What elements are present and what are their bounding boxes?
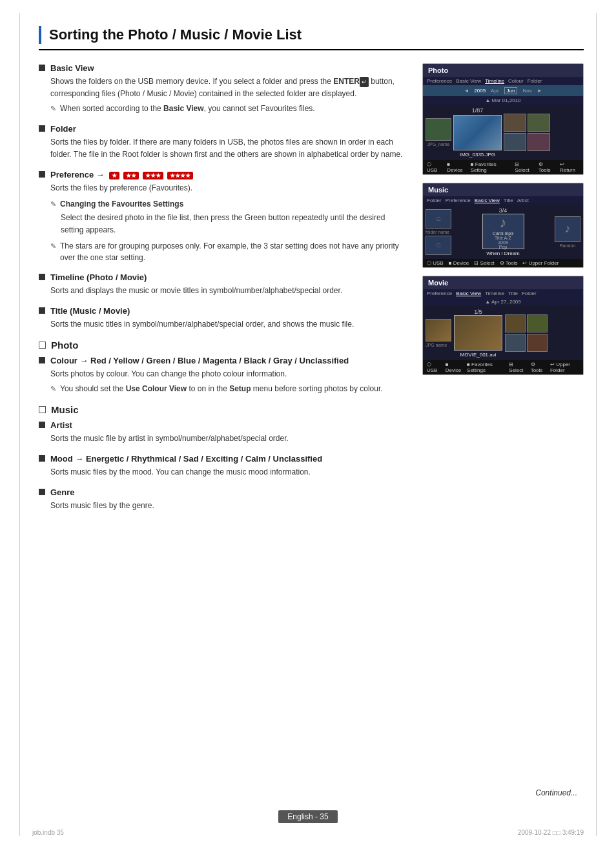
section-heading-colour: Colour → Red / Yellow / Green / Blue / M… (39, 356, 409, 365)
music-tab-preference[interactable]: Preference (446, 198, 471, 203)
timeline-jun: Jun (504, 87, 518, 94)
photo-tab-basicview[interactable]: Basic View (456, 78, 481, 84)
footer-date: 2009-10-22 □□ 3:49:19 (518, 829, 584, 836)
music-center: 3/4 ♪ Carol.mp3 Title A-Z 2009 Pop When … (455, 207, 551, 256)
photo-tab-preference[interactable]: Preference (427, 78, 452, 84)
section-heading-mood: Mood → Energetic / Rhythmical / Sad / Ex… (39, 454, 409, 464)
section-mood: Mood → Energetic / Rhythmical / Sad / Ex… (39, 454, 409, 478)
movie-tab-title[interactable]: Title (508, 291, 518, 296)
music-tab-artist[interactable]: Artist (517, 198, 529, 203)
music-panel-tabs: Folder Preference Basic View Title Artis… (423, 196, 583, 205)
photo-footer-usb: ⬡ USB (427, 161, 442, 173)
movie-footer-favorites: ■ Favorites Settings (467, 362, 504, 373)
movie-center: 1/5 MOVIE_001.avi (454, 309, 502, 358)
right-column: Photo Preference Basic View Timeline Col… (422, 63, 584, 521)
photo-thumb-1 (426, 118, 451, 141)
photo-thumb-1-label: JPG_name (426, 142, 451, 147)
music-tab-title[interactable]: Title (504, 198, 513, 203)
photo-footer-select: ⊟ Select (515, 161, 533, 173)
section-heading-genre: Genre (39, 487, 409, 497)
page: Sorting the Photo / Music / Movie List B… (0, 0, 616, 849)
section-body-folder: Sorts the files by folder. If there are … (50, 136, 409, 161)
section-title-title-mm: Title (Music / Movie) (50, 306, 130, 316)
movie-left-area: JPG name (426, 319, 451, 347)
title-bar-accent (39, 26, 41, 44)
photo-tab-colour[interactable]: Colour (508, 78, 524, 84)
photo-tab-folder[interactable]: Folder (528, 78, 542, 84)
photo-panel-tabs: Preference Basic View Timeline Colour Fo… (423, 77, 583, 85)
note-basic-view: ✎ When sorted according to the Basic Vie… (50, 103, 409, 115)
music-panel-footer: ⬡ USB ■ Device ⊟ Select ⚙ Tools ↩ Upper … (423, 259, 583, 267)
section-heading-artist: Artist (39, 420, 409, 430)
section-title-folder: Folder (50, 124, 76, 134)
movie-panel-label: Movie (428, 279, 448, 287)
photo-right-thumbs (504, 114, 550, 151)
bullet-title-mm (39, 307, 45, 314)
photo-panel-footer: ⬡ USB ■ Device ■ Favorites Setting ⊟ Sel… (423, 160, 583, 174)
note-icon-favourites: ✎ (50, 199, 56, 210)
photo-tab-timeline[interactable]: Timeline (485, 78, 504, 84)
left-column: Basic View Shows the folders on the USB … (39, 63, 409, 521)
section-heading-preference: Preference → ★ ★★ ★★★ ★★★★ (39, 170, 409, 179)
movie-filename: MOVIE_001.avi (460, 352, 496, 358)
movie-tab-folder[interactable]: Folder (522, 291, 537, 296)
border-right (596, 13, 597, 836)
timeline-arrow-right: ► (537, 88, 542, 94)
enter-button-icon: ↵ (360, 77, 369, 87)
movie-tab-basicview[interactable]: Basic View (456, 291, 481, 296)
music-panel-content: ▢ folder name ▢ 3/4 ♪ Carol.mp3 Title A-… (423, 205, 583, 259)
movie-main-thumb (454, 315, 502, 351)
music-thumb-2: ▢ (426, 236, 451, 255)
note-favourites-heading: ✎ Changing the Favourites Settings (50, 198, 409, 210)
movie-tab-timeline[interactable]: Timeline (485, 291, 504, 296)
section-body-artist: Sorts the music file by artist in symbol… (50, 433, 409, 445)
photo-panel-header: Photo (423, 64, 583, 77)
note-colour: ✎ You should set the Use Colour View to … (50, 383, 409, 395)
movie-right-thumb-row2 (505, 334, 548, 352)
star-badge-3: ★★★ (143, 172, 163, 179)
movie-footer-tools: ⚙ Tools (531, 362, 545, 373)
music-footer-usb: ⬡ USB (427, 260, 444, 266)
photo-panel-label: Photo (428, 66, 448, 74)
bullet-mood (39, 455, 45, 462)
photo-filename: IMG_0335.JPG (460, 152, 495, 158)
section-body-genre: Sorts music files by the genre. (50, 500, 409, 512)
note-icon-stars: ✎ (50, 241, 56, 252)
photo-thumb-r3 (504, 133, 526, 151)
music-tab-folder[interactable]: Folder (427, 198, 442, 203)
category-title-music: Music (51, 404, 79, 415)
music-right-area: ♪ Randon (555, 216, 580, 248)
page-number: English - 35 (278, 810, 337, 823)
movie-footer-device: ■ Device (446, 362, 462, 373)
music-song-title: When I Dream (486, 251, 520, 256)
music-footer-select: ⊟ Select (474, 260, 494, 266)
music-thumb-r1: ♪ (555, 216, 580, 242)
movie-thumb-r4 (527, 334, 548, 352)
music-detail-2: Title A-Z (495, 236, 511, 240)
section-heading-folder: Folder (39, 124, 409, 134)
movie-date-bar: ▲ Apr 27, 2009 (423, 298, 583, 306)
movie-tab-preference[interactable]: Preference (427, 291, 452, 296)
music-tab-basicview[interactable]: Basic View (475, 198, 500, 203)
photo-thumb-r2 (528, 114, 550, 132)
photo-main-thumb (453, 115, 502, 150)
music-thumb-r1-label: Randon (560, 243, 576, 248)
section-heading-basic-view: Basic View (39, 63, 409, 73)
movie-footer-upper: ↩ Upper Folder (550, 362, 579, 373)
photo-screenshot-panel: Photo Preference Basic View Timeline Col… (422, 63, 584, 175)
bullet-basic-view (39, 65, 45, 71)
music-note-icon: ♪ (500, 214, 507, 231)
music-screenshot-panel: Music Folder Preference Basic View Title… (422, 183, 584, 268)
photo-timeline-bar: ◄ 2009 Apr Jun Nov ► (423, 85, 583, 96)
timeline-year: 2009 (474, 88, 486, 94)
movie-footer-usb: ⬡ USB (427, 362, 440, 373)
page-title-section: Sorting the Photo / Music / Movie List (39, 26, 584, 50)
music-footer-upper: ↩ Upper Folder (522, 260, 559, 266)
photo-footer-return: ↩ Return (560, 161, 579, 173)
section-body-basic-view: Shows the folders on the USB memory devi… (50, 76, 409, 115)
movie-right-area (505, 314, 548, 352)
movie-thumb-r3 (505, 334, 526, 352)
section-colour: Colour → Red / Yellow / Green / Blue / M… (39, 356, 409, 395)
note-text-favourites-title: Changing the Favourites Settings (60, 198, 183, 210)
music-detail-1: Carol.mp3 (493, 231, 513, 236)
